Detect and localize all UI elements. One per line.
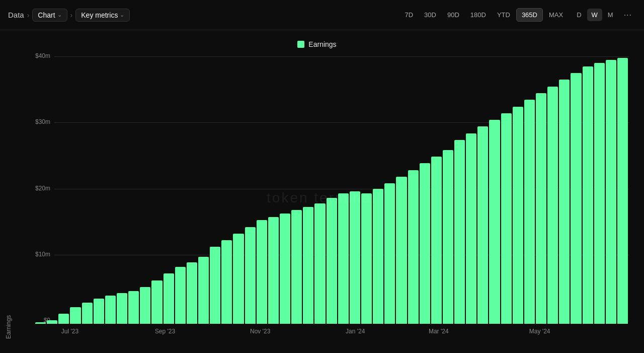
bar[interactable] [70, 307, 80, 324]
bar[interactable] [594, 63, 605, 324]
bar[interactable] [524, 100, 535, 324]
x-axis-label: Mar '24 [429, 328, 449, 335]
bar[interactable] [350, 191, 360, 324]
breadcrumb-sep-1: › [27, 11, 30, 19]
breadcrumb-sep-2: › [70, 11, 73, 19]
bar[interactable] [221, 240, 232, 324]
time-filter-30d[interactable]: 30D [419, 8, 441, 22]
bar[interactable] [187, 262, 197, 324]
granularity-d[interactable]: D [572, 9, 586, 21]
metrics-chevron-icon: ⌄ [120, 12, 124, 18]
bar[interactable] [443, 150, 453, 324]
bar[interactable] [396, 177, 407, 324]
x-axis-label: Sep '23 [155, 328, 175, 335]
bar[interactable] [105, 296, 116, 324]
bar[interactable] [280, 214, 290, 324]
time-filter-7d[interactable]: 7D [399, 8, 418, 22]
time-filter-365d[interactable]: 365D [516, 8, 543, 22]
breadcrumb-data[interactable]: Data [8, 11, 24, 19]
bar[interactable] [327, 198, 337, 324]
bar[interactable] [198, 257, 209, 324]
chart-inner: Earnings $40m$30m$20m$10m$0 Jul '23Sep '… [5, 56, 629, 339]
bar[interactable] [606, 60, 616, 324]
filter-controls: 7D30D90D180DYTD365DMAX DWM ··· [399, 8, 636, 22]
bar[interactable] [303, 207, 313, 324]
chart-legend: Earnings [5, 40, 629, 48]
bar[interactable] [420, 163, 430, 324]
bar[interactable] [151, 280, 162, 324]
bar[interactable] [361, 193, 372, 324]
bar[interactable] [373, 189, 383, 324]
bar[interactable] [513, 107, 523, 324]
bar[interactable] [314, 203, 325, 324]
bar[interactable] [94, 299, 104, 324]
bar[interactable] [489, 120, 500, 324]
bar[interactable] [477, 126, 488, 324]
x-axis: Jul '23Sep '23Nov '23Jan '24Mar '24May '… [34, 324, 629, 339]
granularity-m[interactable]: M [603, 9, 618, 21]
bar[interactable] [245, 227, 256, 324]
breadcrumb-chart-select[interactable]: Chart ⌄ [32, 9, 67, 22]
legend-color-box [297, 41, 304, 48]
bar[interactable] [268, 217, 279, 324]
bar[interactable] [233, 234, 244, 324]
x-axis-label: Jan '24 [346, 328, 365, 335]
breadcrumb-chart-label: Chart [38, 11, 55, 19]
bar[interactable] [257, 220, 267, 324]
bar[interactable] [291, 210, 302, 324]
bar[interactable] [466, 133, 476, 324]
bar[interactable] [128, 291, 139, 324]
bar[interactable] [571, 73, 581, 324]
granularity-w[interactable]: W [587, 9, 602, 21]
bar[interactable] [408, 170, 419, 324]
x-axis-label: Jul '23 [61, 328, 78, 335]
bar[interactable] [210, 247, 220, 324]
bar[interactable] [501, 113, 512, 324]
chart-container: Earnings Earnings $40m$30m$20m$10m$0 Jul… [0, 30, 644, 353]
bar[interactable] [175, 267, 186, 324]
bar[interactable] [617, 58, 628, 324]
bars-area [34, 56, 629, 324]
bar[interactable] [536, 93, 546, 324]
y-axis-label: Earnings [5, 56, 12, 339]
chart-plot: $40m$30m$20m$10m$0 Jul '23Sep '23Nov '23… [14, 56, 629, 339]
bar[interactable] [47, 320, 57, 324]
chart-chevron-icon: ⌄ [57, 12, 62, 18]
time-filter-180d[interactable]: 180D [465, 8, 491, 22]
bar[interactable] [164, 273, 174, 324]
topbar: Data › Chart ⌄ › Key metrics ⌄ 7D30D90D1… [0, 0, 644, 30]
breadcrumb-metrics-label: Key metrics [81, 11, 118, 19]
bar[interactable] [547, 87, 558, 324]
time-filter-max[interactable]: MAX [544, 8, 568, 22]
bar[interactable] [384, 183, 395, 324]
time-filter-90d[interactable]: 90D [442, 8, 464, 22]
bar[interactable] [140, 287, 150, 324]
legend-label: Earnings [308, 40, 336, 48]
breadcrumb-metrics-select[interactable]: Key metrics ⌄ [75, 9, 130, 22]
more-options-button[interactable]: ··· [620, 8, 636, 22]
time-filter-ytd[interactable]: YTD [492, 8, 515, 22]
x-axis-label: Nov '23 [250, 328, 270, 335]
bar[interactable] [431, 157, 442, 324]
bar[interactable] [338, 193, 349, 324]
bar[interactable] [58, 314, 69, 324]
bar[interactable] [454, 140, 465, 324]
bar[interactable] [583, 66, 593, 324]
x-axis-label: May '24 [529, 328, 550, 335]
breadcrumb-nav: Data › Chart ⌄ › Key metrics ⌄ [8, 9, 395, 22]
bar[interactable] [559, 80, 570, 324]
bar[interactable] [82, 303, 93, 324]
bar[interactable] [117, 293, 127, 324]
